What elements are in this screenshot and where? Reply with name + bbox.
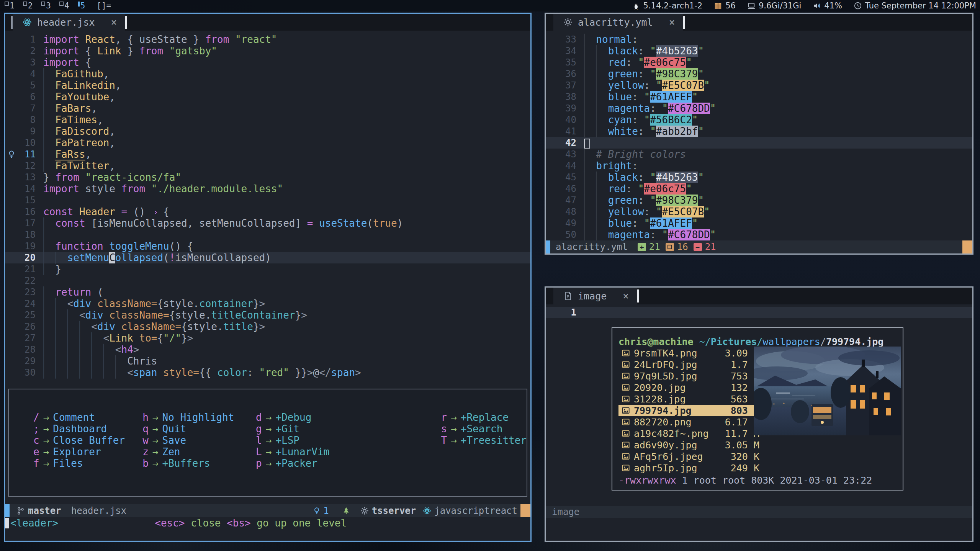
buffer-area[interactable]: 1 — [546, 304, 972, 318]
code-line[interactable]: 38▏ ▏ blue: "#61AFEF" — [546, 91, 972, 103]
code-line[interactable]: 43▏ # Bright colors — [546, 149, 972, 160]
code-line[interactable]: 26▏ ▏ ▏ ▏ <div className={style.title}> — [5, 321, 530, 332]
whichkey-binding-save[interactable]: w→Save — [142, 435, 256, 446]
code-line[interactable]: 24▏ ▏ <div className={style.container}> — [5, 298, 530, 309]
file-row[interactable]: 882720.png6.17 M — [618, 416, 759, 428]
file-row[interactable]: ad6v90y.jpg3.05 M — [618, 439, 759, 451]
code-line[interactable]: 28▏ ▏ ▏ ▏ ▏ ▏ <h4> — [5, 344, 530, 355]
whichkey-binding-dashboard[interactable]: ;→Dashboard — [33, 423, 142, 435]
whichkey-binding-quit[interactable]: q→Quit — [142, 423, 256, 435]
code-line[interactable]: 3import { — [5, 57, 530, 68]
code-line[interactable]: 17▏ const [isMenuCollapsed, setMenuColla… — [5, 217, 530, 229]
whichkey-binding--packer[interactable]: p→+Packer — [256, 458, 441, 469]
file-row[interactable]: 9rsmTK4.png3.09 M — [618, 347, 759, 359]
workspace-3[interactable]: 3 — [39, 0, 52, 11]
code-line[interactable]: 27▏ ▏ ▏ ▏ ▏ <Link to={"/"}> — [5, 332, 530, 344]
workspace-1[interactable]: 1 — [3, 0, 16, 11]
code-editor[interactable]: 33▏ normal:34▏ ▏ black: "#4b5263"35▏ ▏ r… — [546, 31, 972, 240]
code-line[interactable]: 10▏ FaPatreon, — [5, 137, 530, 149]
code-line[interactable]: 44▏ bright: — [546, 160, 972, 172]
whichkey-binding-files[interactable]: f→Files — [33, 458, 142, 469]
code-line[interactable]: 2import { Link } from "gatsby" — [5, 45, 530, 57]
whichkey-binding--buffers[interactable]: b→+Buffers — [142, 458, 256, 469]
code-line[interactable]: 12▏ FaTwitter, — [5, 160, 530, 172]
code-line[interactable]: 20▏ ▏ setMenuCollapsed(!isMenuCollapsed) — [5, 252, 530, 263]
file-row[interactable]: 24LrDFQ.jpg1.7 M — [618, 359, 759, 370]
code-line[interactable]: 1import React, { useState } from "react" — [5, 34, 530, 45]
code-line[interactable]: 13} from "react-icons/fa" — [5, 172, 530, 183]
code-line[interactable]: 9▏ FaDiscord, — [5, 126, 530, 137]
whichkey-binding--replace[interactable]: r→+Replace — [441, 412, 527, 423]
code-line[interactable]: 34▏ ▏ black: "#4b5263" — [546, 45, 972, 57]
code-line[interactable]: 21▏ } — [5, 263, 530, 275]
file-row[interactable]: 799794.jpg803 K — [618, 405, 759, 416]
code-line[interactable]: 50▏ ▏ magenta: "#C678DD" — [546, 229, 972, 240]
code-line[interactable]: 19▏ function toggleMenu() { — [5, 240, 530, 252]
workspace-number: 5 — [80, 1, 85, 11]
code-line[interactable]: 33▏ normal: — [546, 34, 972, 45]
code-line[interactable]: 5▏ FaLinkedin, — [5, 80, 530, 91]
whichkey-binding--search[interactable]: s→+Search — [441, 423, 527, 435]
whichkey-binding--lunarvim[interactable]: L→+LunarVim — [256, 446, 441, 458]
code-line[interactable]: 4▏ FaGithub, — [5, 68, 530, 80]
code-editor[interactable]: 1import React, { useState } from "react"… — [5, 31, 530, 378]
code-line[interactable]: 35▏ ▏ red: "#e06c75" — [546, 57, 972, 68]
close-icon[interactable]: × — [669, 16, 675, 28]
file-row[interactable]: 31228.jpg563 K — [618, 393, 759, 405]
line-number: 13 — [18, 172, 36, 183]
code-line[interactable]: 45▏ ▏ black: "#4b5263" — [546, 172, 972, 183]
code-line[interactable]: 29▏ ▏ ▏ ▏ ▏ ▏ ▏ Chris — [5, 355, 530, 367]
code-line[interactable]: 15 — [5, 195, 530, 206]
whichkey-binding-comment[interactable]: /→Comment — [33, 412, 142, 423]
whichkey-binding-explorer[interactable]: e→Explorer — [33, 446, 142, 458]
code-line[interactable]: 22 — [5, 275, 530, 286]
code-line[interactable]: 36▏ ▏ green: "#98C379" — [546, 68, 972, 80]
code-line[interactable]: 46▏ ▏ red: "#e06c75" — [546, 183, 972, 195]
code-text: ▏ ▏ ▏ ▏ ▏ ▏ ▏ <span style={{ color: "red… — [43, 367, 361, 378]
tab-header-jsx[interactable]: header.jsx × — [13, 14, 125, 31]
file-row[interactable]: aghr5Ip.jpg249 K — [618, 462, 759, 474]
file-row[interactable]: a19c482f~.png11.7 M — [618, 428, 759, 439]
code-line[interactable]: 16const Header = () ⇒ { — [5, 206, 530, 217]
workspace-2[interactable]: 2 — [21, 0, 34, 11]
file-row[interactable]: AFq5r6j.jpeg320 K — [618, 451, 759, 462]
code-line[interactable]: 14import style from "./header.module.les… — [5, 183, 530, 195]
code-line[interactable]: 6▏ FaYoutube, — [5, 91, 530, 103]
code-line[interactable]: 11▏ FaRss, — [5, 149, 530, 160]
code-line[interactable]: 41▏ ▏ white: "#abb2bf" — [546, 126, 972, 137]
code-line[interactable]: 1 — [546, 307, 972, 318]
file-row[interactable]: 20920.jpg132 K — [618, 382, 759, 393]
whichkey-label: +Git — [275, 423, 299, 435]
close-icon[interactable]: × — [111, 16, 117, 28]
whichkey-binding--treesitter[interactable]: T→+Treesitter — [441, 435, 527, 446]
code-line[interactable]: 47▏ ▏ green: "#98C379" — [546, 195, 972, 206]
code-line[interactable]: 23▏ return ( — [5, 286, 530, 298]
whichkey-binding-zen[interactable]: z→Zen — [142, 446, 256, 458]
code-line[interactable]: 25▏ ▏ ▏ <div className={style.titleConta… — [5, 309, 530, 321]
file-row[interactable]: 97q9L5D.jpg753 K — [618, 370, 759, 382]
code-text: ▏ ▏ black: "#4b5263" — [584, 172, 704, 183]
code-line[interactable]: 49▏ ▏ blue: "#61AFEF" — [546, 217, 972, 229]
whichkey-binding-no-highlight[interactable]: h→No Highlight — [142, 412, 256, 423]
close-icon[interactable]: × — [623, 290, 629, 302]
whichkey-binding--git[interactable]: g→+Git — [256, 423, 441, 435]
tab-image[interactable]: image × — [553, 288, 637, 304]
whichkey-binding--lsp[interactable]: l→+LSP — [256, 435, 441, 446]
command-line: <leader> <esc> close <bs> go up one leve… — [5, 517, 530, 529]
code-line[interactable]: 8▏ FaTimes, — [5, 114, 530, 126]
code-line[interactable]: 42 — [546, 137, 972, 149]
whichkey-key: b — [142, 458, 149, 469]
workspace-4[interactable]: 4 — [58, 0, 71, 11]
code-line[interactable]: 7▏ FaBars, — [5, 103, 530, 114]
whichkey-binding-close-buffer[interactable]: c→Close Buffer — [33, 435, 142, 446]
code-line[interactable]: 18▏ — [5, 229, 530, 240]
code-line[interactable]: 37▏ ▏ yellow: "#E5C07B" — [546, 80, 972, 91]
code-line[interactable]: 40▏ ▏ cyan: "#56B6C2" — [546, 114, 972, 126]
arrow-icon: → — [39, 435, 53, 446]
code-line[interactable]: 30▏ ▏ ▏ ▏ ▏ ▏ ▏ <span style={{ color: "r… — [5, 367, 530, 378]
workspace-5[interactable]: 5 — [76, 0, 87, 11]
code-line[interactable]: 48▏ ▏ yellow: "#E5C07B" — [546, 206, 972, 217]
whichkey-binding--debug[interactable]: d→+Debug — [256, 412, 441, 423]
tab-alacritty-yml[interactable]: alacritty.yml × — [553, 14, 683, 31]
code-line[interactable]: 39▏ ▏ magenta: "#C678DD" — [546, 103, 972, 114]
